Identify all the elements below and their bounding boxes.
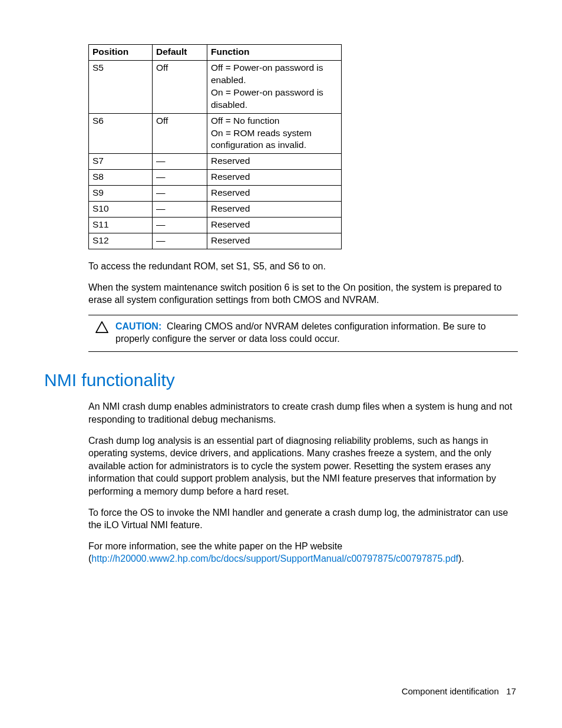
whitepaper-link[interactable]: http://h20000.www2.hp.com/bc/docs/suppor… xyxy=(91,554,458,564)
cell-function: Off = No function On = ROM reads system … xyxy=(207,113,342,154)
nmi-p4: For more information, see the white pape… xyxy=(88,540,518,565)
nmi-p1: An NMI crash dump enables administrators… xyxy=(88,400,518,426)
cell-function: Reserved xyxy=(207,186,342,202)
para-redundant-rom: To access the redundant ROM, set S1, S5,… xyxy=(88,260,518,273)
cell-position: S12 xyxy=(89,233,153,249)
table-row: S7—Reserved xyxy=(89,154,342,170)
th-position: Position xyxy=(89,45,153,61)
page: Position Default Function S5OffOff = Pow… xyxy=(0,0,562,728)
nmi-p4-tail: ). xyxy=(458,554,464,564)
nmi-content: An NMI crash dump enables administrators… xyxy=(88,400,518,565)
cell-position: S6 xyxy=(89,113,153,154)
cell-position: S8 xyxy=(89,170,153,186)
table-row: S8—Reserved xyxy=(89,170,342,186)
cell-function: Reserved xyxy=(207,170,342,186)
th-function: Function xyxy=(207,45,342,61)
caution-icon xyxy=(88,320,115,337)
cell-default: Off xyxy=(153,60,207,113)
cell-function: Reserved xyxy=(207,154,342,170)
nmi-p2: Crash dump log analysis is an essential … xyxy=(88,434,518,498)
table-row: S11—Reserved xyxy=(89,218,342,233)
cell-position: S11 xyxy=(89,218,153,233)
switch-table: Position Default Function S5OffOff = Pow… xyxy=(88,44,342,249)
table-row: S12—Reserved xyxy=(89,233,342,249)
caution-text: CAUTION: Clearing CMOS and/or NVRAM dele… xyxy=(115,320,518,345)
cell-default: — xyxy=(153,202,207,218)
table-row: S10—Reserved xyxy=(89,202,342,218)
cell-position: S7 xyxy=(89,154,153,170)
caution-box: CAUTION: Clearing CMOS and/or NVRAM dele… xyxy=(88,315,518,352)
cell-default: — xyxy=(153,170,207,186)
nmi-p3: To force the OS to invoke the NMI handle… xyxy=(88,506,518,532)
caution-label: CAUTION: xyxy=(115,321,161,331)
table-body: S5OffOff = Power-on password is enabled.… xyxy=(89,60,342,249)
table-header-row: Position Default Function xyxy=(89,45,342,61)
cell-default: — xyxy=(153,218,207,233)
cell-default: — xyxy=(153,154,207,170)
table-row: S5OffOff = Power-on password is enabled.… xyxy=(89,60,342,113)
caution-body: Clearing CMOS and/or NVRAM deletes confi… xyxy=(115,321,486,344)
cell-function: Reserved xyxy=(207,233,342,249)
cell-default: — xyxy=(153,186,207,202)
footer-section: Component identification xyxy=(402,686,499,696)
para-switch6: When the system maintenance switch posit… xyxy=(88,281,518,307)
cell-function: Off = Power-on password is enabled. On =… xyxy=(207,60,342,113)
table-row: S6OffOff = No function On = ROM reads sy… xyxy=(89,113,342,154)
page-footer: Component identification 17 xyxy=(402,686,516,697)
cell-function: Reserved xyxy=(207,218,342,233)
table-row: S9—Reserved xyxy=(89,186,342,202)
cell-position: S5 xyxy=(89,60,153,113)
cell-default: Off xyxy=(153,113,207,154)
cell-function: Reserved xyxy=(207,202,342,218)
th-default: Default xyxy=(153,45,207,61)
content-indent: Position Default Function S5OffOff = Pow… xyxy=(88,44,518,352)
cell-position: S10 xyxy=(89,202,153,218)
footer-page: 17 xyxy=(506,686,516,696)
cell-position: S9 xyxy=(89,186,153,202)
section-heading-nmi: NMI functionality xyxy=(44,368,518,393)
cell-default: — xyxy=(153,233,207,249)
